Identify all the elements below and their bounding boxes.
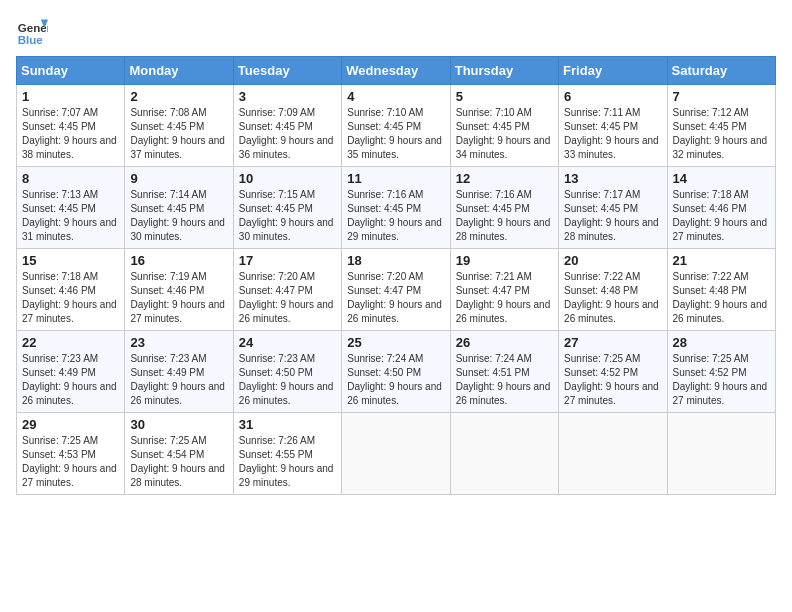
calendar-cell [450, 413, 558, 495]
calendar-cell: 7 Sunrise: 7:12 AMSunset: 4:45 PMDayligh… [667, 85, 775, 167]
weekday-header-sunday: Sunday [17, 57, 125, 85]
day-number: 29 [22, 417, 119, 432]
calendar-cell: 1 Sunrise: 7:07 AMSunset: 4:45 PMDayligh… [17, 85, 125, 167]
calendar-cell: 22 Sunrise: 7:23 AMSunset: 4:49 PMDaylig… [17, 331, 125, 413]
day-number: 11 [347, 171, 444, 186]
calendar-cell: 3 Sunrise: 7:09 AMSunset: 4:45 PMDayligh… [233, 85, 341, 167]
day-number: 16 [130, 253, 227, 268]
day-info: Sunrise: 7:23 AMSunset: 4:49 PMDaylight:… [22, 353, 117, 406]
day-number: 10 [239, 171, 336, 186]
day-number: 24 [239, 335, 336, 350]
day-number: 21 [673, 253, 770, 268]
day-info: Sunrise: 7:17 AMSunset: 4:45 PMDaylight:… [564, 189, 659, 242]
svg-text:Blue: Blue [18, 34, 44, 46]
day-info: Sunrise: 7:12 AMSunset: 4:45 PMDaylight:… [673, 107, 768, 160]
calendar-cell: 9 Sunrise: 7:14 AMSunset: 4:45 PMDayligh… [125, 167, 233, 249]
calendar-cell: 12 Sunrise: 7:16 AMSunset: 4:45 PMDaylig… [450, 167, 558, 249]
logo-icon: General Blue [16, 16, 48, 48]
calendar-cell: 28 Sunrise: 7:25 AMSunset: 4:52 PMDaylig… [667, 331, 775, 413]
day-info: Sunrise: 7:20 AMSunset: 4:47 PMDaylight:… [347, 271, 442, 324]
day-number: 19 [456, 253, 553, 268]
weekday-header-friday: Friday [559, 57, 667, 85]
calendar-cell: 6 Sunrise: 7:11 AMSunset: 4:45 PMDayligh… [559, 85, 667, 167]
day-info: Sunrise: 7:25 AMSunset: 4:54 PMDaylight:… [130, 435, 225, 488]
calendar-cell: 15 Sunrise: 7:18 AMSunset: 4:46 PMDaylig… [17, 249, 125, 331]
day-info: Sunrise: 7:22 AMSunset: 4:48 PMDaylight:… [673, 271, 768, 324]
weekday-header-monday: Monday [125, 57, 233, 85]
day-info: Sunrise: 7:23 AMSunset: 4:49 PMDaylight:… [130, 353, 225, 406]
day-number: 15 [22, 253, 119, 268]
day-number: 5 [456, 89, 553, 104]
calendar-cell: 4 Sunrise: 7:10 AMSunset: 4:45 PMDayligh… [342, 85, 450, 167]
day-number: 6 [564, 89, 661, 104]
day-info: Sunrise: 7:25 AMSunset: 4:52 PMDaylight:… [564, 353, 659, 406]
day-number: 17 [239, 253, 336, 268]
calendar-cell: 30 Sunrise: 7:25 AMSunset: 4:54 PMDaylig… [125, 413, 233, 495]
day-info: Sunrise: 7:18 AMSunset: 4:46 PMDaylight:… [673, 189, 768, 242]
logo: General Blue [16, 16, 48, 48]
calendar-cell: 27 Sunrise: 7:25 AMSunset: 4:52 PMDaylig… [559, 331, 667, 413]
calendar-cell [559, 413, 667, 495]
calendar-cell: 10 Sunrise: 7:15 AMSunset: 4:45 PMDaylig… [233, 167, 341, 249]
calendar-cell: 13 Sunrise: 7:17 AMSunset: 4:45 PMDaylig… [559, 167, 667, 249]
day-number: 23 [130, 335, 227, 350]
day-info: Sunrise: 7:19 AMSunset: 4:46 PMDaylight:… [130, 271, 225, 324]
day-info: Sunrise: 7:10 AMSunset: 4:45 PMDaylight:… [456, 107, 551, 160]
day-info: Sunrise: 7:16 AMSunset: 4:45 PMDaylight:… [347, 189, 442, 242]
calendar-cell: 20 Sunrise: 7:22 AMSunset: 4:48 PMDaylig… [559, 249, 667, 331]
day-info: Sunrise: 7:16 AMSunset: 4:45 PMDaylight:… [456, 189, 551, 242]
calendar-cell: 8 Sunrise: 7:13 AMSunset: 4:45 PMDayligh… [17, 167, 125, 249]
weekday-header-thursday: Thursday [450, 57, 558, 85]
day-info: Sunrise: 7:26 AMSunset: 4:55 PMDaylight:… [239, 435, 334, 488]
calendar-cell: 2 Sunrise: 7:08 AMSunset: 4:45 PMDayligh… [125, 85, 233, 167]
day-info: Sunrise: 7:23 AMSunset: 4:50 PMDaylight:… [239, 353, 334, 406]
day-number: 31 [239, 417, 336, 432]
day-number: 3 [239, 89, 336, 104]
calendar-cell: 17 Sunrise: 7:20 AMSunset: 4:47 PMDaylig… [233, 249, 341, 331]
day-info: Sunrise: 7:07 AMSunset: 4:45 PMDaylight:… [22, 107, 117, 160]
calendar-cell: 26 Sunrise: 7:24 AMSunset: 4:51 PMDaylig… [450, 331, 558, 413]
day-number: 2 [130, 89, 227, 104]
calendar-cell: 25 Sunrise: 7:24 AMSunset: 4:50 PMDaylig… [342, 331, 450, 413]
day-info: Sunrise: 7:13 AMSunset: 4:45 PMDaylight:… [22, 189, 117, 242]
day-info: Sunrise: 7:18 AMSunset: 4:46 PMDaylight:… [22, 271, 117, 324]
page-header: General Blue [16, 16, 776, 48]
day-info: Sunrise: 7:20 AMSunset: 4:47 PMDaylight:… [239, 271, 334, 324]
calendar-cell: 11 Sunrise: 7:16 AMSunset: 4:45 PMDaylig… [342, 167, 450, 249]
day-number: 26 [456, 335, 553, 350]
day-info: Sunrise: 7:21 AMSunset: 4:47 PMDaylight:… [456, 271, 551, 324]
day-number: 4 [347, 89, 444, 104]
calendar-cell: 5 Sunrise: 7:10 AMSunset: 4:45 PMDayligh… [450, 85, 558, 167]
calendar-cell: 23 Sunrise: 7:23 AMSunset: 4:49 PMDaylig… [125, 331, 233, 413]
day-number: 18 [347, 253, 444, 268]
day-info: Sunrise: 7:24 AMSunset: 4:50 PMDaylight:… [347, 353, 442, 406]
calendar-cell: 18 Sunrise: 7:20 AMSunset: 4:47 PMDaylig… [342, 249, 450, 331]
calendar-cell [342, 413, 450, 495]
day-number: 12 [456, 171, 553, 186]
day-number: 14 [673, 171, 770, 186]
weekday-header-tuesday: Tuesday [233, 57, 341, 85]
day-number: 8 [22, 171, 119, 186]
day-info: Sunrise: 7:24 AMSunset: 4:51 PMDaylight:… [456, 353, 551, 406]
day-number: 1 [22, 89, 119, 104]
day-number: 27 [564, 335, 661, 350]
day-number: 30 [130, 417, 227, 432]
calendar-cell: 16 Sunrise: 7:19 AMSunset: 4:46 PMDaylig… [125, 249, 233, 331]
day-number: 25 [347, 335, 444, 350]
day-info: Sunrise: 7:09 AMSunset: 4:45 PMDaylight:… [239, 107, 334, 160]
day-number: 22 [22, 335, 119, 350]
day-info: Sunrise: 7:15 AMSunset: 4:45 PMDaylight:… [239, 189, 334, 242]
day-number: 9 [130, 171, 227, 186]
day-number: 28 [673, 335, 770, 350]
calendar-cell: 21 Sunrise: 7:22 AMSunset: 4:48 PMDaylig… [667, 249, 775, 331]
calendar-cell: 14 Sunrise: 7:18 AMSunset: 4:46 PMDaylig… [667, 167, 775, 249]
calendar-cell: 31 Sunrise: 7:26 AMSunset: 4:55 PMDaylig… [233, 413, 341, 495]
weekday-header-saturday: Saturday [667, 57, 775, 85]
day-info: Sunrise: 7:11 AMSunset: 4:45 PMDaylight:… [564, 107, 659, 160]
calendar-cell [667, 413, 775, 495]
day-info: Sunrise: 7:08 AMSunset: 4:45 PMDaylight:… [130, 107, 225, 160]
calendar-cell: 29 Sunrise: 7:25 AMSunset: 4:53 PMDaylig… [17, 413, 125, 495]
day-number: 20 [564, 253, 661, 268]
day-info: Sunrise: 7:22 AMSunset: 4:48 PMDaylight:… [564, 271, 659, 324]
day-number: 13 [564, 171, 661, 186]
